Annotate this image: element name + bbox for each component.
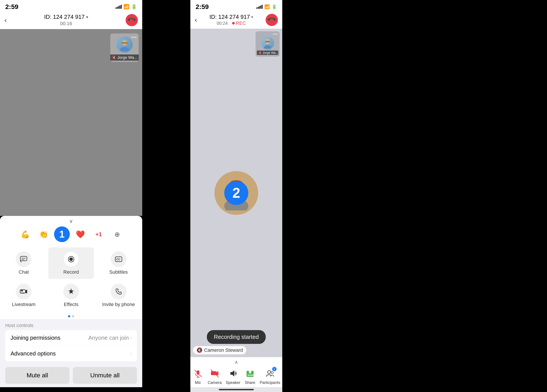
status-time-right: 2:59 (196, 3, 209, 11)
joining-permissions-row[interactable]: Joining permissions Anyone can join › (5, 330, 137, 346)
subtitles-label: Subtitles (109, 269, 128, 275)
phone-right: 2:59 📶 🔋 ‹ (190, 0, 282, 392)
svg-point-2 (120, 47, 129, 51)
end-call-icon-left: 📞 (127, 15, 137, 25)
share-icon: SHARE (244, 368, 256, 379)
black-spacer (142, 0, 190, 392)
emoji-muscle[interactable]: 💪 (18, 227, 33, 242)
participants-label: Participants (260, 380, 280, 385)
phones-container: 2:59 📶 🔋 ‹ (0, 0, 547, 392)
home-indicator-right (219, 389, 254, 390)
invite-phone-icon (114, 287, 123, 296)
action-buttons: Mute all Unmute all (0, 364, 142, 387)
more-item-subtitles[interactable]: CC Subtitles (95, 247, 142, 280)
more-item-record[interactable]: Record (48, 247, 94, 279)
svg-rect-16 (21, 290, 23, 291)
timer-rec-row: 00:24 | REC (209, 20, 253, 26)
speaker-svg (229, 369, 237, 378)
back-button-right[interactable]: ‹ (195, 16, 197, 24)
invite-icon-circle (111, 284, 126, 299)
svg-text:LIVE: LIVE (21, 292, 24, 294)
back-button-left[interactable]: ‹ (4, 16, 7, 24)
chevron-right-icon-2: › (130, 351, 132, 357)
rec-separator: | (230, 21, 230, 25)
step-2-badge: 2 (224, 181, 248, 205)
bottom-toolbar-right: ∧ Mic (190, 357, 282, 387)
toolbar-item-camera[interactable]: Camera (208, 368, 222, 385)
muted-icon-main: 🔇 (197, 347, 202, 353)
emoji-plus1[interactable]: +1 (91, 227, 106, 242)
toolbar-item-mic[interactable]: Mic (192, 368, 204, 385)
toolbar-item-share[interactable]: SHARE Share (244, 368, 256, 385)
thumb-avatar-svg (262, 38, 273, 48)
svg-marker-15 (25, 290, 27, 294)
status-time-left: 2:59 (5, 3, 18, 11)
more-item-livestream[interactable]: LIVE Livestream (0, 280, 48, 311)
host-controls-section: Host controls Joining permissions Anyone… (0, 319, 142, 364)
participant-thumb-left: ••• (110, 34, 139, 62)
camera-label: Camera (208, 380, 222, 385)
emoji-add[interactable]: ⊕ (110, 227, 124, 242)
thumb-dots-right: ••• (256, 31, 280, 37)
share-svg: SHARE (246, 369, 254, 378)
end-call-button-left[interactable]: 📞 (126, 14, 138, 26)
thumb-name-right: 🔇 Jorge Wa... (257, 51, 278, 55)
subtitles-icon: CC (114, 255, 123, 263)
emoji-heart[interactable]: ❤️ (73, 227, 88, 242)
emoji-clap[interactable]: 👏 (36, 227, 51, 242)
toolbar-item-speaker[interactable]: Speaker (226, 368, 240, 385)
host-controls-label: Host controls (5, 323, 137, 328)
emoji-bar-container: ∨ 💪 👏 👌 1 (0, 216, 142, 244)
chevron-down-icon[interactable]: ∨ (69, 218, 73, 224)
advanced-options-label: Advanced options (11, 350, 56, 357)
participant-name-bar-right: 🔇 Cameron Steward (193, 346, 246, 354)
livestream-label: Livestream (12, 302, 36, 307)
status-icons-right: 📶 🔋 (256, 4, 277, 9)
livestream-icon-circle: LIVE (16, 284, 32, 299)
emoji-bar: 💪 👏 👌 1 ❤️ (16, 225, 126, 243)
effects-icon-circle (63, 284, 79, 299)
call-header-right: ‹ ID: 124 274 917 ▾ 00:24 | REC (190, 12, 282, 29)
recording-toast: Recording started (207, 330, 266, 344)
subtitles-icon-circle: CC (111, 251, 126, 267)
dropdown-arrow-left[interactable]: ▾ (86, 14, 88, 20)
step-1-badge: 1 (54, 226, 70, 242)
page-dot-2[interactable] (72, 315, 74, 318)
chat-label: Chat (19, 269, 29, 275)
emoji-ok[interactable]: 👌 1 (55, 227, 69, 242)
participant-name-tag-left: 🔇 Jorge Wa... (110, 54, 139, 61)
participant-thumb-right: ••• 🔇 Jorge Wa... (256, 31, 280, 57)
wifi-icon-right: 📶 (264, 4, 270, 9)
joining-permissions-label: Joining permissions (11, 334, 60, 341)
invite-label: Invite by phone (102, 302, 135, 307)
camera-off-svg (210, 369, 219, 378)
record-icon-circle (63, 251, 79, 267)
mic-icon (192, 368, 204, 379)
main-participant-area: 2 (214, 171, 258, 215)
avatar-svg-left (118, 38, 131, 51)
screen-right: 2:59 📶 🔋 ‹ (190, 0, 282, 392)
toolbar-items: Mic Camera (190, 366, 282, 387)
unmute-all-button[interactable]: Unmute all (73, 367, 137, 384)
camera-icon (209, 368, 220, 379)
page-dot-1[interactable] (68, 315, 70, 318)
dropdown-arrow-right[interactable]: ▾ (251, 15, 253, 20)
page-dots (0, 313, 142, 319)
more-item-effects[interactable]: Effects (48, 280, 95, 311)
mute-all-button[interactable]: Mute all (5, 367, 69, 384)
signal-icon (116, 5, 122, 9)
svg-text:CC: CC (116, 258, 120, 261)
participants-badge: 2 (272, 367, 277, 371)
toolbar-item-participants[interactable]: 2 Participants (260, 368, 280, 385)
chevron-up-bar[interactable]: ∧ (190, 357, 282, 366)
speaker-label: Speaker (226, 380, 240, 385)
call-timer-left: 00:16 (44, 21, 88, 27)
share-label: Share (245, 380, 255, 385)
svg-point-20 (264, 45, 271, 48)
end-call-button-right[interactable]: 📞 (266, 14, 278, 26)
advanced-options-row[interactable]: Advanced options › (5, 346, 137, 361)
rec-badge: REC (232, 20, 246, 26)
chat-icon (20, 255, 28, 263)
more-item-chat[interactable]: Chat (0, 247, 48, 280)
more-item-invite[interactable]: Invite by phone (95, 280, 142, 311)
